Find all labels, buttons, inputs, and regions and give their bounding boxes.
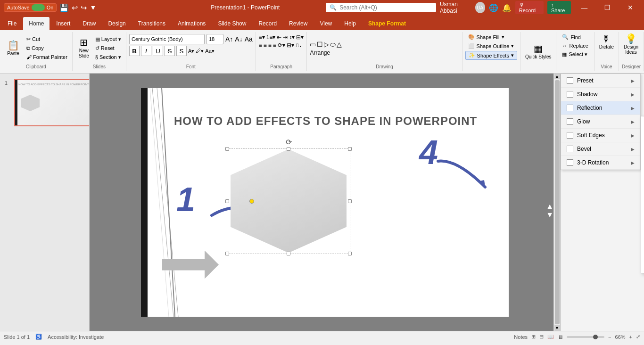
tab-file[interactable]: File [2, 17, 22, 30]
smartart-button[interactable]: ⎍▾ [296, 42, 302, 49]
zoom-in-button[interactable]: + [629, 334, 632, 340]
bullets-button[interactable]: ≡▾ [259, 34, 265, 41]
layout-button[interactable]: ▤ Layout ▾ [93, 35, 123, 43]
search-input[interactable] [339, 4, 432, 11]
customize-icon[interactable]: ▼ [90, 4, 96, 11]
tab-animations[interactable]: Animations [172, 17, 211, 30]
globe-icon[interactable]: 🌐 [489, 3, 498, 12]
tab-view[interactable]: View [314, 17, 338, 30]
zoom-thumb[interactable] [593, 335, 598, 339]
indent-less-button[interactable]: ⇤ [277, 34, 281, 41]
rotate-handle[interactable]: ⟳ [286, 138, 292, 147]
save-icon[interactable]: 💾 [59, 3, 69, 12]
shape-3[interactable]: ▷ [324, 41, 329, 49]
new-slide-button[interactable]: ⊞ NewSlide [75, 37, 92, 59]
underline-button[interactable]: U [153, 46, 163, 56]
fit-slide-button[interactable]: ⤢ [636, 334, 640, 340]
zoom-out-button[interactable]: − [608, 334, 611, 340]
undo-icon[interactable]: ↩ [72, 3, 78, 12]
decrease-font-button[interactable]: A↓ [235, 35, 242, 43]
strikethrough-button[interactable]: S [165, 46, 175, 56]
accessibility-label[interactable]: Accessibility: Investigate [48, 334, 104, 340]
handle-br[interactable] [348, 252, 352, 255]
shadow-menu-item[interactable]: Shadow ▶ [561, 88, 640, 101]
close-button[interactable]: ✕ [621, 0, 640, 15]
handle-ml[interactable] [225, 199, 229, 203]
preset-menu-item[interactable]: Preset ▶ [561, 74, 640, 88]
record-button[interactable]: 🎙 Record [515, 1, 544, 14]
3d-rotation-menu-item[interactable]: 3-D Rotation ▶ [561, 156, 640, 170]
cut-button[interactable]: ✂ Cut [25, 35, 69, 43]
handle-bm[interactable] [287, 252, 290, 255]
text-align-button[interactable]: ⊟▾ [287, 42, 294, 49]
text-direction-button[interactable]: ⟳▾ [278, 42, 285, 49]
bold-button[interactable]: B [129, 46, 140, 56]
zoom-level[interactable]: 66% [615, 334, 626, 340]
align-right-button[interactable]: ≡ [268, 42, 272, 49]
redo-icon[interactable]: ↪ [81, 3, 87, 12]
notes-button[interactable]: Notes [514, 334, 528, 340]
outline-dropdown-icon[interactable]: ▾ [511, 43, 514, 49]
char-spacing-button[interactable]: Aa▾ [205, 48, 214, 54]
columns-button[interactable]: ⊟▾ [296, 34, 304, 41]
slide-view-normal[interactable]: ⊞ [531, 334, 536, 340]
handle-tr[interactable] [348, 147, 352, 151]
arrange-button[interactable]: Arrange [310, 49, 330, 56]
indent-more-button[interactable]: ⇥ [283, 34, 288, 41]
effects-dropdown-icon[interactable]: ▾ [511, 52, 514, 58]
avatar[interactable]: UA [475, 2, 485, 13]
zoom-slider[interactable] [567, 336, 604, 338]
handle-tl[interactable] [225, 147, 229, 151]
slide-thumbnail[interactable]: HOW TO ADD EFFECTS TO SHAPE IN POWERPOIN… [14, 79, 90, 126]
line-spacing-button[interactable]: ↕▾ [289, 34, 295, 41]
shadow-text-button[interactable]: S [176, 46, 187, 56]
copy-button[interactable]: ⧉ Copy [25, 44, 69, 52]
section-button[interactable]: § Section ▾ [93, 53, 123, 61]
slide-view-reading[interactable]: 📖 [547, 334, 554, 340]
tab-record[interactable]: Record [253, 17, 282, 30]
bell-icon[interactable]: 🔔 [502, 3, 512, 12]
glow-menu-item[interactable]: Glow ▶ [561, 115, 640, 129]
shape-1[interactable]: ▭ [310, 41, 316, 49]
dictate-button[interactable]: 🎙 Dictate [597, 33, 616, 50]
scroll-thumb[interactable] [555, 80, 560, 324]
prev-slide-button[interactable]: ▲ [546, 202, 553, 211]
shape-outline-button[interactable]: ⬜ Shape Outline ▾ [465, 42, 517, 50]
scroll-down[interactable]: ▼ [554, 325, 560, 331]
autosave-badge[interactable]: AutoSave On [4, 3, 57, 12]
clear-format-button[interactable]: Aa [245, 35, 253, 43]
handle-bl[interactable] [225, 252, 229, 255]
vertical-scrollbar[interactable]: ▲ ▼ [553, 74, 560, 331]
justify-button[interactable]: ≡ [273, 42, 276, 49]
slide-view-presenter[interactable]: 🖥 [558, 334, 563, 340]
handle-mr[interactable] [348, 199, 352, 203]
font-color-button[interactable]: A▾ [188, 48, 194, 54]
shape-4[interactable]: ⬭ [330, 41, 336, 49]
share-button[interactable]: ↑ Share [547, 1, 571, 14]
find-button[interactable]: 🔍 Find [559, 33, 591, 41]
select-button[interactable]: ▦ Select ▾ [559, 50, 591, 58]
next-slide-button[interactable]: ▼ [546, 211, 553, 219]
soft-edges-menu-item[interactable]: Soft Edges ▶ [561, 129, 640, 142]
tab-slideshow[interactable]: Slide Show [212, 17, 252, 30]
canvas-area[interactable]: HOW TO ADD EFFECTS TO SHAPE IN POWERPOIN… [90, 74, 560, 331]
tab-insert[interactable]: Insert [50, 17, 76, 30]
search-bar[interactable]: 🔍 [326, 3, 436, 12]
shape-5[interactable]: △ [337, 41, 342, 49]
font-name-input[interactable] [129, 34, 205, 44]
numbering-button[interactable]: 1≡▾ [266, 34, 276, 41]
replace-button[interactable]: ↔ Replace [559, 42, 591, 49]
design-ideas-button[interactable]: 💡 DesignIdeas [622, 33, 640, 56]
shape-2[interactable]: ☐ [317, 41, 323, 49]
tab-transitions[interactable]: Transitions [132, 17, 171, 30]
restore-button[interactable]: ❐ [598, 0, 617, 15]
slide-canvas[interactable]: HOW TO ADD EFFECTS TO SHAPE IN POWERPOIN… [141, 88, 509, 317]
slide-view-sorter[interactable]: ⊟ [539, 334, 544, 340]
tab-help[interactable]: Help [339, 17, 362, 30]
align-center-button[interactable]: ≡ [264, 42, 267, 49]
paste-button[interactable]: 📋 Paste [3, 34, 24, 62]
font-size-input[interactable] [206, 34, 223, 44]
scroll-up[interactable]: ▲ [554, 74, 560, 79]
format-painter-button[interactable]: 🖌 Format Painter [25, 53, 69, 61]
autosave-toggle[interactable] [32, 4, 45, 11]
